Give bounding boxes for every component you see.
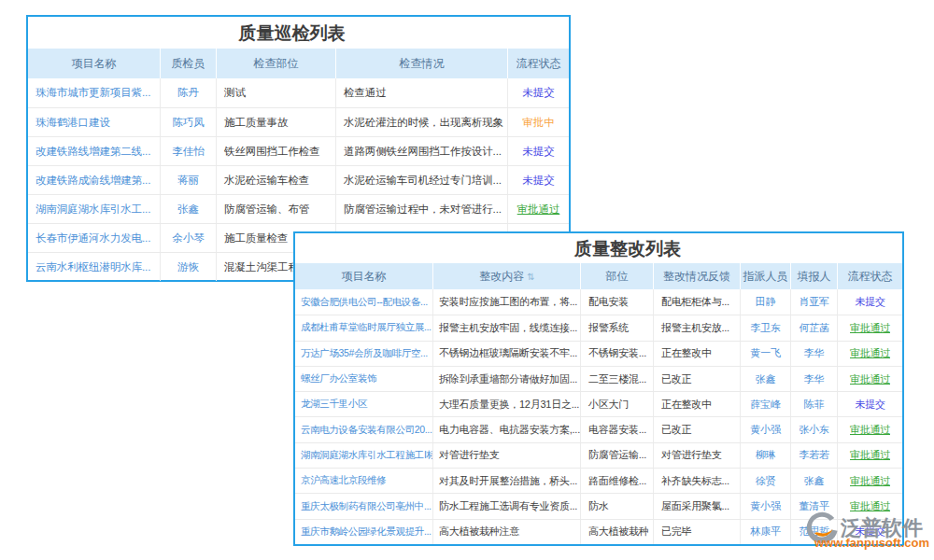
- project-name-link[interactable]: 湖南洞庭湖水库引水工...: [28, 195, 161, 223]
- reporter-name-link[interactable]: 何芷菡: [791, 315, 838, 340]
- table-row: 改建铁路成渝线增建第...蒋丽水泥砼运输车检查水泥砼运输车司机经过专门培训...…: [28, 165, 569, 194]
- inspection-result-cell: 防腐管运输过程中，未对管进行...: [336, 195, 508, 223]
- project-name-link[interactable]: 改建铁路成渝线增建第...: [28, 166, 161, 194]
- status-cell[interactable]: 未提交: [838, 392, 902, 416]
- inspector-name-link[interactable]: 李佳怡: [161, 137, 217, 165]
- inspection-result-cell: 道路两侧铁丝网围挡工作按设计...: [336, 137, 508, 165]
- rectification-content-cell: 高大植被栽种注意: [433, 520, 581, 544]
- reporter-name-link[interactable]: 李华: [791, 342, 838, 366]
- inspection-table-header: 项目名称质检员检查部位检查情况流程状态: [28, 49, 569, 78]
- status-cell[interactable]: 未提交: [508, 166, 569, 194]
- reporter-name-link[interactable]: 陈菲: [791, 392, 838, 416]
- table-row: 珠海市城市更新项目紫...陈丹测试检查通过未提交: [28, 78, 569, 107]
- assignee-name-link[interactable]: 柳琳: [741, 443, 791, 468]
- assignee-name-link[interactable]: 黄一飞: [741, 342, 791, 366]
- project-name-link[interactable]: 重庆市鹅岭公园绿化景观提升...: [295, 520, 433, 544]
- reporter-name-link[interactable]: 李若若: [791, 443, 838, 468]
- table-row: 湖南洞庭湖水库引水工程施工I标对管进行垫支防腐管运输...对管进行垫支柳琳李若若…: [295, 442, 902, 468]
- project-name-link[interactable]: 云南电力设备安装有限公司20...: [295, 417, 433, 441]
- status-cell[interactable]: 审批通过: [838, 342, 902, 366]
- part-cell: 路面维修检...: [581, 469, 654, 493]
- sort-icon[interactable]: ⇅: [527, 272, 533, 282]
- status-cell[interactable]: 审批通过: [838, 469, 902, 493]
- reporter-name-link[interactable]: 李华: [791, 367, 838, 391]
- assignee-name-link[interactable]: 张鑫: [741, 367, 791, 391]
- project-name-link[interactable]: 珠海市城市更新项目紫...: [28, 78, 161, 107]
- rectification-content-cell: 防水工程施工选调有专业资质...: [433, 494, 581, 518]
- feedback-cell: 已改正: [654, 417, 741, 441]
- feedback-cell: 补齐缺失标志...: [654, 469, 741, 493]
- status-cell[interactable]: 审批通过: [838, 315, 902, 340]
- inspector-name-link[interactable]: 余小琴: [161, 224, 217, 252]
- project-name-link[interactable]: 螺丝厂办公室装饰: [295, 367, 433, 391]
- feedback-cell: 正在整改中: [654, 392, 741, 416]
- rectification-table-title: 质量整改列表: [324, 233, 931, 263]
- column-header: 流程状态: [838, 263, 902, 289]
- column-header: 检查情况: [336, 49, 508, 78]
- rectification-content-cell: 拆除到承重墙部分请做好加固...: [433, 367, 581, 391]
- assignee-name-link[interactable]: 田静: [741, 289, 791, 315]
- rectification-content-cell: 电力电容器、电抗器安装方案,...: [433, 417, 581, 441]
- column-header: 检查部位: [217, 49, 336, 78]
- assignee-name-link[interactable]: 黄小强: [741, 494, 791, 518]
- reporter-name-link[interactable]: 肖亚军: [791, 289, 838, 315]
- project-name-link[interactable]: 湖南洞庭湖水库引水工程施工I标: [295, 443, 433, 468]
- project-name-link[interactable]: 安徽合肥供电公司--配电设备...: [295, 289, 433, 315]
- status-cell[interactable]: 审批中: [508, 108, 569, 136]
- project-name-link[interactable]: 重庆太极制药有限公司亳州中...: [295, 494, 433, 518]
- rectification-content-cell: 安装时应按施工图的布置，将...: [433, 289, 581, 315]
- inspection-part-cell: 水泥砼运输车检查: [217, 166, 336, 194]
- feedback-cell: 已改正: [654, 367, 741, 391]
- part-cell: 配电安装: [581, 289, 654, 315]
- table-row: 安徽合肥供电公司--配电设备...安装时应按施工图的布置，将...配电安装配电柜…: [295, 289, 902, 315]
- inspection-part-cell: 测试: [217, 78, 336, 107]
- rectification-content-cell: 报警主机安放牢固，线缆连接...: [433, 315, 581, 340]
- status-cell[interactable]: 审批通过: [508, 195, 569, 223]
- inspector-name-link[interactable]: 张鑫: [161, 195, 217, 223]
- assignee-name-link[interactable]: 李卫东: [741, 315, 791, 340]
- status-cell[interactable]: 审批通过: [838, 367, 902, 391]
- project-name-link[interactable]: 云南水利枢纽潜明水库...: [28, 253, 161, 281]
- part-cell: 防水: [581, 494, 654, 518]
- reporter-name-link[interactable]: 张鑫: [791, 469, 838, 493]
- column-header: 部位: [581, 263, 654, 289]
- inspector-name-link[interactable]: 游恢: [161, 253, 217, 281]
- project-name-link[interactable]: 龙湖三千里小区: [295, 392, 433, 416]
- rectification-content-cell: 大理石质量更换，12月31日之...: [433, 392, 581, 416]
- column-header: 项目名称: [295, 263, 433, 289]
- project-name-link[interactable]: 长春市伊通河水力发电...: [28, 224, 161, 252]
- rectification-table-card: 质量整改列表 项目名称整改内容⇅部位整改情况反馈指派人员填报人流程状态 安徽合肥…: [293, 231, 904, 546]
- inspector-name-link[interactable]: 蒋丽: [161, 166, 217, 194]
- rectification-table-body: 安徽合肥供电公司--配电设备...安装时应按施工图的布置，将...配电安装配电柜…: [295, 289, 902, 544]
- column-header: 质检员: [161, 49, 217, 78]
- project-name-link[interactable]: 珠海鹤港口建设: [28, 108, 161, 136]
- inspection-part-cell: 铁丝网围挡工作检查: [217, 137, 336, 165]
- part-cell: 电容器安装...: [581, 417, 654, 441]
- column-header: 整改情况反馈: [654, 263, 741, 289]
- status-cell[interactable]: 审批通过: [838, 443, 902, 468]
- feedback-cell: 配电柜柜体与...: [654, 289, 741, 315]
- column-header[interactable]: 整改内容⇅: [433, 263, 581, 289]
- status-cell[interactable]: 未提交: [508, 78, 569, 107]
- assignee-name-link[interactable]: 薛宝峰: [741, 392, 791, 416]
- status-cell[interactable]: 未提交: [838, 289, 902, 315]
- feedback-cell: 已完毕: [654, 520, 741, 544]
- assignee-name-link[interactable]: 林康平: [741, 520, 791, 544]
- inspector-name-link[interactable]: 陈丹: [161, 78, 217, 107]
- status-cell[interactable]: 审批通过: [838, 417, 902, 441]
- table-row: 湖南洞庭湖水库引水工...张鑫防腐管运输、布管防腐管运输过程中，未对管进行...…: [28, 194, 569, 223]
- assignee-name-link[interactable]: 黄小强: [741, 417, 791, 441]
- status-cell[interactable]: 未提交: [508, 137, 569, 165]
- table-row: 龙湖三千里小区大理石质量更换，12月31日之...小区大门正在整改中薛宝峰陈菲未…: [295, 391, 902, 416]
- table-row: 京沪高速北京段维修对其及时开展整治措施，桥头...路面维修检...补齐缺失标志.…: [295, 468, 902, 493]
- rectification-content-cell: 不锈钢边框玻璃隔断安装不牢...: [433, 342, 581, 366]
- project-name-link[interactable]: 改建铁路线增建第二线...: [28, 137, 161, 165]
- feedback-cell: 报警主机安放...: [654, 315, 741, 340]
- project-name-link[interactable]: 成都杜甫草堂临时展厅独立展...: [295, 315, 433, 340]
- project-name-link[interactable]: 京沪高速北京段维修: [295, 469, 433, 493]
- assignee-name-link[interactable]: 徐贤: [741, 469, 791, 493]
- inspector-name-link[interactable]: 陈巧凤: [161, 108, 217, 136]
- reporter-name-link[interactable]: 张小东: [791, 417, 838, 441]
- inspection-part-cell: 防腐管运输、布管: [217, 195, 336, 223]
- project-name-link[interactable]: 万达广场35#会所及咖啡厅空...: [295, 342, 433, 366]
